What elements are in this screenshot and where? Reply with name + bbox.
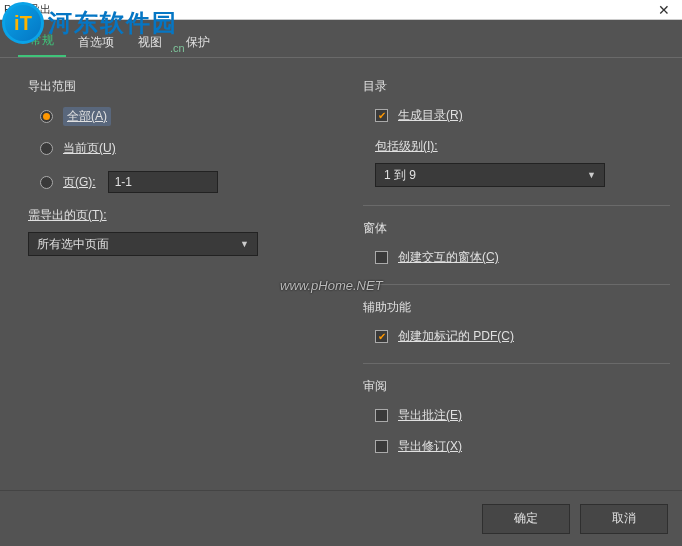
section-a11y: 辅助功能 [363,299,670,316]
section-toc: 目录 [363,78,670,95]
chk-export-revisions-row[interactable]: 导出修订(X) [363,438,670,455]
chk-gen-toc[interactable] [375,109,388,122]
radio-current[interactable] [40,142,53,155]
radio-all-label: 全部(A) [63,107,111,126]
close-icon[interactable]: ✕ [650,2,678,18]
chk-interactive-forms[interactable] [375,251,388,264]
watermark-center: www.pHome.NET [280,278,383,293]
radio-all-row[interactable]: 全部(A) [28,107,335,126]
radio-current-label: 当前页(U) [63,140,116,157]
chk-forms-row[interactable]: 创建交互的窗体(C) [363,249,670,266]
include-levels-value: 1 到 9 [384,167,416,184]
chk-export-comments[interactable] [375,409,388,422]
chk-export-revisions-label: 导出修订(X) [398,438,462,455]
chk-forms-label: 创建交互的窗体(C) [398,249,499,266]
chk-export-comments-label: 导出批注(E) [398,407,462,424]
cancel-button[interactable]: 取消 [580,504,668,534]
section-review: 审阅 [363,378,670,395]
include-levels-select[interactable]: 1 到 9 ▼ [375,163,605,187]
section-forms: 窗体 [363,220,670,237]
content-area: 导出范围 全部(A) 当前页(U) 页(G): 需导出的页(T): 所有选中页面… [0,58,682,478]
radio-pages[interactable] [40,176,53,189]
chevron-down-icon: ▼ [587,170,596,180]
pages-to-export-value: 所有选中页面 [37,236,109,253]
pages-to-export-label: 需导出的页(T): [28,207,335,224]
chk-tagged-pdf-row[interactable]: 创建加标记的 PDF(C) [363,328,670,345]
logo-icon: iT [2,2,44,44]
chk-tagged-pdf-label: 创建加标记的 PDF(C) [398,328,514,345]
chk-gen-toc-label: 生成目录(R) [398,107,463,124]
pages-to-export-select[interactable]: 所有选中页面 ▼ [28,232,258,256]
ok-button[interactable]: 确定 [482,504,570,534]
chk-gen-toc-row[interactable]: 生成目录(R) [363,107,670,124]
radio-pages-label: 页(G): [63,174,96,191]
chevron-down-icon: ▼ [240,239,249,249]
divider [363,284,670,285]
pages-input[interactable] [108,171,218,193]
footer: 确定 取消 [0,490,682,546]
radio-all[interactable] [40,110,53,123]
watermark-text: 河东软件园 [48,7,178,39]
section-export-range: 导出范围 [28,78,335,95]
chk-export-revisions[interactable] [375,440,388,453]
radio-pages-row[interactable]: 页(G): [28,171,335,193]
watermark-logo: iT 河东软件园 [2,2,178,44]
divider [363,205,670,206]
include-levels-label: 包括级别(I): [363,138,670,155]
right-column: 目录 生成目录(R) 包括级别(I): 1 到 9 ▼ 窗体 创建交互的窗体(C… [355,78,670,478]
chk-export-comments-row[interactable]: 导出批注(E) [363,407,670,424]
divider [363,363,670,364]
chk-tagged-pdf[interactable] [375,330,388,343]
radio-current-row[interactable]: 当前页(U) [28,140,335,157]
dialog-body: 常规 首选项 视图 保护 导出范围 全部(A) 当前页(U) 页(G): 需导出… [0,20,682,546]
